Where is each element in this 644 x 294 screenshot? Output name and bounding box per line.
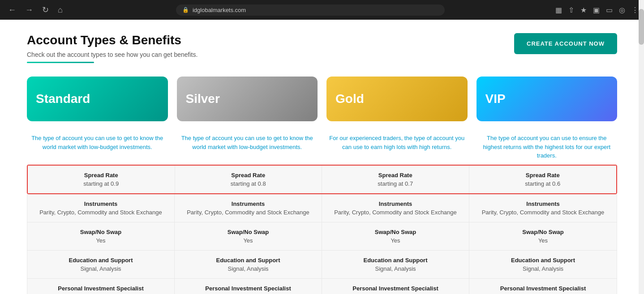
gold-spread-value: starting at 0.7 <box>327 180 464 187</box>
standard-edu-label: Education and Support <box>33 257 169 264</box>
share-icon[interactable]: ⇧ <box>568 6 574 14</box>
silver-card-title: Silver <box>186 92 220 106</box>
gold-spread-col: Spread Rate starting at 0.7 <box>322 166 469 193</box>
standard-spread-value: starting at 0.9 <box>33 180 169 187</box>
standard-spread-col: Spread Rate starting at 0.9 <box>28 166 175 193</box>
gold-swap-label: Swap/No Swap <box>327 229 464 235</box>
silver-features-col: Instruments Parity, Crypto, Commodity an… <box>175 194 322 294</box>
refresh-button[interactable]: ↻ <box>39 3 52 17</box>
url-text: idglobalmarkets.com <box>193 7 246 13</box>
standard-instruments-row: Instruments Parity, Crypto, Commodity an… <box>27 194 174 222</box>
browser-actions: ▦ ⇧ ★ ▣ ▭ ◎ ⋮ <box>555 6 639 14</box>
home-button[interactable]: ⌂ <box>55 4 65 17</box>
page-subtitle: Check out the account types to see how y… <box>27 51 197 58</box>
silver-edu-label: Education and Support <box>180 257 316 264</box>
standard-instruments-value: Parity, Crypto, Commodity and Stock Exch… <box>33 209 169 216</box>
vip-pis-row: Personal Investment Specialist Yes <box>469 279 617 294</box>
vip-edu-row: Education and Support Signal, Analysis <box>469 251 617 279</box>
gold-card-header: Gold <box>326 77 468 121</box>
standard-card-title: Standard <box>36 92 90 106</box>
silver-pis-row: Personal Investment Specialist Yes <box>175 279 322 294</box>
standard-pis-label: Personal Investment Specialist <box>33 285 169 292</box>
create-account-button[interactable]: CREATE ACCOUNT NOW <box>514 33 617 54</box>
gold-swap-row: Swap/No Swap Yes <box>322 222 469 251</box>
silver-card-header: Silver <box>177 77 318 121</box>
vip-edu-label: Education and Support <box>475 257 611 264</box>
gold-instruments-label: Instruments <box>327 200 464 207</box>
standard-pis-row: Personal Investment Specialist Yes <box>27 279 174 294</box>
gold-instruments-row: Instruments Parity, Crypto, Commodity an… <box>322 194 469 222</box>
descriptions-row: The type of account you can use to get t… <box>27 128 617 165</box>
standard-swap-row: Swap/No Swap Yes <box>27 222 174 251</box>
standard-instruments-label: Instruments <box>33 200 169 207</box>
standard-features-col: Instruments Parity, Crypto, Commodity an… <box>27 194 175 294</box>
silver-spread-value: starting at 0.8 <box>180 180 317 187</box>
features-grid: Instruments Parity, Crypto, Commodity an… <box>27 194 617 294</box>
gold-edu-value: Signal, Analysis <box>327 265 464 272</box>
address-bar[interactable]: 🔒 idglobalmarkets.com <box>176 4 445 16</box>
silver-instruments-label: Instruments <box>180 200 316 207</box>
standard-spread-label: Spread Rate <box>33 172 169 179</box>
profile-icon[interactable]: ◎ <box>619 6 625 14</box>
gold-instruments-value: Parity, Crypto, Commodity and Stock Exch… <box>327 209 464 216</box>
page-content: Account Types & Benefits Check out the a… <box>0 20 644 294</box>
silver-swap-value: Yes <box>180 237 316 244</box>
spread-rate-section: Spread Rate starting at 0.9 Spread Rate … <box>27 165 617 194</box>
standard-edu-value: Signal, Analysis <box>33 265 169 272</box>
sidebar-icon[interactable]: ▭ <box>606 6 613 14</box>
scrollbar-track[interactable] <box>639 0 644 294</box>
standard-edu-row: Education and Support Signal, Analysis <box>27 251 174 279</box>
gold-swap-value: Yes <box>327 237 464 244</box>
gold-card-title: Gold <box>335 92 364 106</box>
vip-card-title: VIP <box>485 92 506 106</box>
page-title: Account Types & Benefits <box>27 33 197 47</box>
silver-description: The type of account you can use to get t… <box>177 134 318 160</box>
lock-icon: 🔒 <box>182 7 189 13</box>
vip-instruments-value: Parity, Crypto, Commodity and Stock Exch… <box>475 209 611 216</box>
vip-features-col: Instruments Parity, Crypto, Commodity an… <box>469 194 617 294</box>
vip-swap-row: Swap/No Swap Yes <box>469 222 617 251</box>
standard-swap-value: Yes <box>33 237 169 244</box>
vip-swap-label: Swap/No Swap <box>475 229 611 235</box>
standard-description: The type of account you can use to get t… <box>27 134 168 160</box>
vip-description: The type of account you can use to ensur… <box>477 134 618 160</box>
vip-spread-label: Spread Rate <box>475 172 611 179</box>
gold-edu-row: Education and Support Signal, Analysis <box>322 251 469 279</box>
menu-icon[interactable]: ⋮ <box>631 6 639 14</box>
account-cards-section: Standard Silver Gold VIP <box>27 77 617 121</box>
browser-chrome: ← → ↻ ⌂ 🔒 idglobalmarkets.com ▦ ⇧ ★ ▣ ▭ … <box>0 0 644 20</box>
standard-swap-label: Swap/No Swap <box>33 229 169 235</box>
bookmark-icon[interactable]: ★ <box>580 6 587 14</box>
forward-button[interactable]: → <box>22 4 36 17</box>
standard-card-header: Standard <box>27 77 168 121</box>
back-button[interactable]: ← <box>5 4 19 17</box>
silver-pis-label: Personal Investment Specialist <box>180 285 316 292</box>
silver-swap-label: Swap/No Swap <box>180 229 316 235</box>
underline-decoration <box>27 62 94 63</box>
vip-edu-value: Signal, Analysis <box>475 265 611 272</box>
gold-spread-label: Spread Rate <box>327 172 464 179</box>
vip-card-header: VIP <box>477 77 618 121</box>
gold-description: For our experienced traders, the type of… <box>326 134 468 160</box>
scrollbar-thumb[interactable] <box>639 9 644 45</box>
vip-swap-value: Yes <box>475 237 611 244</box>
silver-edu-row: Education and Support Signal, Analysis <box>175 251 322 279</box>
vip-spread-col: Spread Rate starting at 0.6 <box>469 166 617 193</box>
silver-edu-value: Signal, Analysis <box>180 265 316 272</box>
silver-spread-label: Spread Rate <box>180 172 317 179</box>
gold-edu-label: Education and Support <box>327 257 464 264</box>
screenshot-icon[interactable]: ▦ <box>555 6 562 14</box>
silver-spread-col: Spread Rate starting at 0.8 <box>175 166 322 193</box>
vip-pis-label: Personal Investment Specialist <box>475 285 611 292</box>
page-header: Account Types & Benefits Check out the a… <box>27 33 617 63</box>
vip-instruments-row: Instruments Parity, Crypto, Commodity an… <box>469 194 617 222</box>
silver-instruments-value: Parity, Crypto, Commodity and Stock Exch… <box>180 209 316 216</box>
gold-pis-row: Personal Investment Specialist Yes <box>322 279 469 294</box>
vip-instruments-label: Instruments <box>475 200 611 207</box>
vip-spread-value: starting at 0.6 <box>475 180 611 187</box>
header-left: Account Types & Benefits Check out the a… <box>27 33 197 63</box>
gold-features-col: Instruments Parity, Crypto, Commodity an… <box>322 194 469 294</box>
silver-instruments-row: Instruments Parity, Crypto, Commodity an… <box>175 194 322 222</box>
gold-pis-label: Personal Investment Specialist <box>327 285 464 292</box>
extensions-icon[interactable]: ▣ <box>593 6 600 14</box>
